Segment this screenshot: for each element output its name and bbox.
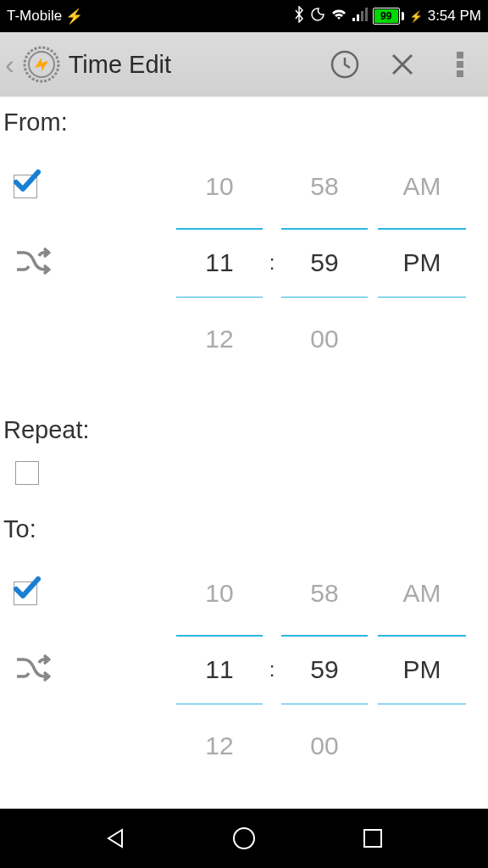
moon-icon <box>310 7 325 26</box>
status-left: T-Mobile ⚡ <box>7 8 83 25</box>
svg-rect-0 <box>352 18 355 21</box>
signal-icon <box>352 8 368 25</box>
svg-point-10 <box>234 828 254 849</box>
carrier-label: T-Mobile <box>7 8 62 25</box>
bluetooth-icon <box>293 6 305 27</box>
minute-selected[interactable]: 59 <box>278 225 371 301</box>
from-checkbox[interactable] <box>14 175 37 198</box>
status-bar: T-Mobile ⚡ <box>0 0 488 32</box>
back-icon[interactable]: ‹ <box>5 49 14 81</box>
nav-home-button[interactable] <box>227 821 261 855</box>
time-colon: : <box>266 658 278 682</box>
to-time-picker: 10 58 AM 11 : 59 PM 12 00 <box>3 555 485 784</box>
minute-below[interactable]: 00 <box>278 301 371 377</box>
content: From: 10 58 AM 11 : <box>0 97 488 791</box>
repeat-label: Repeat: <box>3 411 485 456</box>
svg-rect-8 <box>457 61 463 68</box>
app-icon <box>23 46 60 83</box>
battery-indicator: 99 <box>373 8 404 25</box>
toolbar: ‹ Time Edit <box>0 32 488 97</box>
close-button[interactable] <box>378 40 427 89</box>
hour-below[interactable]: 12 <box>173 301 266 377</box>
clock-label: 3:54 PM <box>428 8 481 25</box>
clock-button[interactable] <box>320 40 369 89</box>
svg-rect-7 <box>457 52 463 58</box>
bolt-icon: ⚡ <box>65 8 83 25</box>
time-colon: : <box>266 251 278 275</box>
ampm-above[interactable]: AM <box>371 555 473 632</box>
nav-recent-button[interactable] <box>356 821 390 855</box>
repeat-checkbox[interactable] <box>15 461 39 485</box>
status-right: 99 ⚡ 3:54 PM <box>293 6 481 27</box>
wifi-icon <box>330 8 347 25</box>
battery-level: 99 <box>380 10 391 22</box>
hour-selected[interactable]: 11 <box>173 632 266 708</box>
ampm-selected[interactable]: PM <box>371 632 473 708</box>
svg-rect-9 <box>457 70 463 77</box>
to-checkbox[interactable] <box>14 581 37 605</box>
navigation-bar <box>0 809 488 868</box>
from-label: From: <box>3 103 485 148</box>
shuffle-icon[interactable] <box>14 246 54 280</box>
hour-below[interactable]: 12 <box>173 708 266 784</box>
to-label: To: <box>3 510 485 555</box>
charging-icon: ⚡ <box>409 10 423 23</box>
minute-above[interactable]: 58 <box>278 148 371 225</box>
overflow-menu-button[interactable] <box>435 40 485 89</box>
ampm-selected[interactable]: PM <box>371 225 473 301</box>
minute-below[interactable]: 00 <box>278 708 371 784</box>
hour-above[interactable]: 10 <box>173 148 266 225</box>
nav-back-button[interactable] <box>98 821 132 855</box>
page-title: Time Edit <box>69 51 312 79</box>
svg-rect-2 <box>361 11 363 21</box>
svg-rect-3 <box>365 8 368 21</box>
hour-selected[interactable]: 11 <box>173 225 266 301</box>
svg-rect-11 <box>364 830 381 847</box>
svg-rect-1 <box>357 14 359 21</box>
minute-selected[interactable]: 59 <box>278 632 371 708</box>
hour-above[interactable]: 10 <box>173 555 266 632</box>
from-time-picker: 10 58 AM 11 : 59 PM 12 00 <box>3 148 485 377</box>
shuffle-icon[interactable] <box>14 653 54 687</box>
minute-above[interactable]: 58 <box>278 555 371 632</box>
ampm-above[interactable]: AM <box>371 148 473 225</box>
